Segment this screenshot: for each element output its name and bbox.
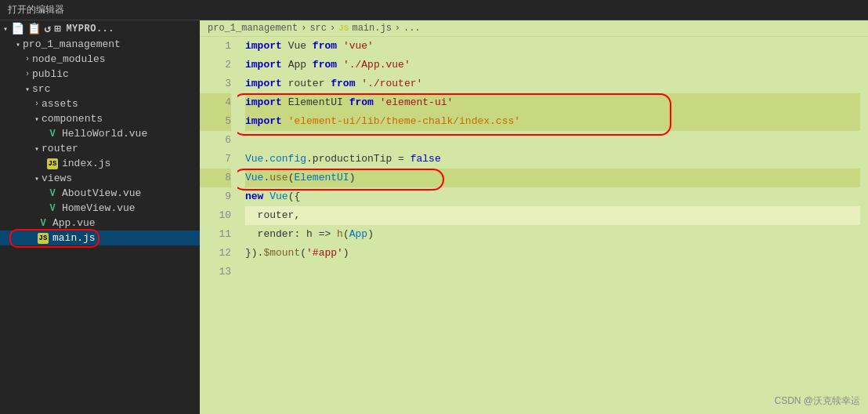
mount-paren-close: ) <box>343 244 349 263</box>
ln-7: 7 <box>200 150 231 169</box>
ln-6: 6 <box>200 131 231 150</box>
assets-label: assets <box>42 98 78 110</box>
helloworld-vue-icon: V <box>47 129 58 140</box>
h-fn: h <box>337 225 343 244</box>
sidebar-item-indexjs[interactable]: JS index.js <box>0 156 200 171</box>
src-label: src <box>32 83 50 95</box>
code-line-3: import router from './router' <box>245 74 860 93</box>
sidebar-item-router[interactable]: ▾ router <box>0 141 200 156</box>
sidebar-item-node-modules[interactable]: › node_modules <box>0 52 200 67</box>
app-name: App <box>288 56 306 74</box>
sidebar-item-helloworld[interactable]: V HelloWorld.vue <box>0 126 200 141</box>
views-arrow: ▾ <box>34 174 39 183</box>
dot-prod: . <box>306 150 313 169</box>
from-3: from <box>331 74 355 93</box>
breadcrumb-pro: pro_1_management <box>208 23 298 34</box>
sidebar-item-aboutview[interactable]: V AboutView.vue <box>0 186 200 201</box>
code-line-10: router, <box>245 206 860 225</box>
from-2: from <box>313 56 337 74</box>
vue-new: Vue <box>269 187 288 206</box>
sidebar-item-assets[interactable]: › assets <box>0 96 200 111</box>
watermark: CSDN @沃克犊幸运 <box>774 394 860 408</box>
main-layout: ▾ 📄 📋 ↺ ⊞ MYPRO... ▾ pro_1_management › … <box>0 20 868 414</box>
str-elementui: 'element-ui' <box>380 93 454 112</box>
breadcrumb: pro_1_management › src › JS main.js › ..… <box>200 20 868 37</box>
render-paren-close: ) <box>367 225 374 244</box>
config-name: config <box>269 150 306 169</box>
app-arg: App <box>349 225 367 244</box>
components-label: components <box>42 113 103 125</box>
sidebar-item-homeview[interactable]: V HomeView.vue <box>0 201 200 216</box>
public-arrow: › <box>25 70 30 78</box>
str-app: './App.vue' <box>343 56 410 74</box>
mount-fn: $mount <box>263 244 300 263</box>
code-line-9: new Vue ({ <box>245 187 860 206</box>
code-line-4: import ElementUI from 'element-ui' <box>245 93 860 112</box>
ln-9: 9 <box>200 187 231 206</box>
new-kw: new <box>245 187 263 206</box>
ln-10: 10 <box>200 206 231 225</box>
homeview-vue-icon: V <box>47 203 58 214</box>
kw-import-1: import <box>245 37 282 56</box>
code-lines[interactable]: import Vue from 'vue' import App from <box>237 37 868 414</box>
vue-use-vue: Vue <box>245 169 263 187</box>
router-arrow: ▾ <box>34 144 39 154</box>
assets-arrow: › <box>34 100 39 108</box>
ln-12: 12 <box>200 244 231 263</box>
str-css: 'element-ui/lib/theme-chalk/index.css' <box>288 112 520 131</box>
sidebar-item-mainjs[interactable]: JS main.js <box>0 231 200 245</box>
kw-import-3: import <box>245 74 282 93</box>
ln-4: 4 <box>200 93 231 112</box>
elementui-name: ElementUI <box>288 93 343 112</box>
editor-area: pro_1_management › src › JS main.js › ..… <box>200 20 868 414</box>
aboutview-label: AboutView.vue <box>62 187 141 199</box>
appvue-icon: V <box>38 218 49 229</box>
sidebar: ▾ 📄 📋 ↺ ⊞ MYPRO... ▾ pro_1_management › … <box>0 20 200 414</box>
node-modules-arrow: › <box>25 55 30 64</box>
mainjs-label: main.js <box>52 232 96 244</box>
mainjs-icon: JS <box>38 233 49 244</box>
elementui-arg: ElementUI <box>294 169 349 187</box>
sidebar-item-components[interactable]: ▾ components <box>0 111 200 126</box>
sidebar-item-appvue[interactable]: V App.vue <box>0 216 200 231</box>
sidebar-item-pro1[interactable]: ▾ pro_1_management <box>0 37 200 52</box>
breadcrumb-src: src <box>309 23 327 34</box>
code-line-8: Vue . use ( ElementUI ) <box>245 169 860 187</box>
new-brace-open: ({ <box>288 187 301 206</box>
sidebar-item-public[interactable]: › public <box>0 67 200 82</box>
breadcrumb-mainjs: main.js <box>352 23 391 34</box>
top-bar-title: 打开的编辑器 <box>8 3 64 16</box>
kw-import-4: import <box>245 93 282 112</box>
ln-11: 11 <box>200 225 231 244</box>
use-fn: use <box>269 169 288 187</box>
code-line-2: import App from './App.vue' <box>245 56 860 74</box>
components-arrow: ▾ <box>34 114 39 124</box>
vue-name: Vue <box>288 37 306 56</box>
sidebar-item-src[interactable]: ▾ src <box>0 82 200 96</box>
mount-paren-open: ( <box>300 244 306 263</box>
code-line-13 <box>245 263 860 281</box>
from-1: from <box>313 37 337 56</box>
top-bar: 打开的编辑器 <box>0 0 868 20</box>
prod-tip: productionTip <box>313 150 392 169</box>
sidebar-item-views[interactable]: ▾ views <box>0 171 200 186</box>
router-label: router <box>42 143 78 154</box>
h-param: h <box>306 225 313 244</box>
eq-sign: = <box>398 150 404 169</box>
mount-str: '#app' <box>306 244 343 263</box>
use-paren-open: ( <box>288 169 295 187</box>
homeview-label: HomeView.vue <box>62 202 136 214</box>
code-container: 1 2 3 4 5 6 7 8 9 10 11 12 13 <box>200 37 868 414</box>
code-line-12: }). $mount ( '#app' ) <box>245 244 860 263</box>
render-prop: render <box>258 225 295 244</box>
indexjs-label: index.js <box>62 158 110 169</box>
close-brace: }). <box>245 244 263 263</box>
sidebar-project-row[interactable]: ▾ 📄 📋 ↺ ⊞ MYPRO... <box>0 20 200 37</box>
views-label: views <box>42 172 72 184</box>
pro1-arrow: ▾ <box>16 40 20 49</box>
code-line-7: Vue . config . productionTip = false <box>245 150 860 169</box>
indexjs-icon: JS <box>47 158 58 169</box>
pro1-label: pro_1_management <box>23 38 121 50</box>
node-modules-label: node_modules <box>32 53 106 65</box>
project-arrow: ▾ <box>3 24 9 34</box>
